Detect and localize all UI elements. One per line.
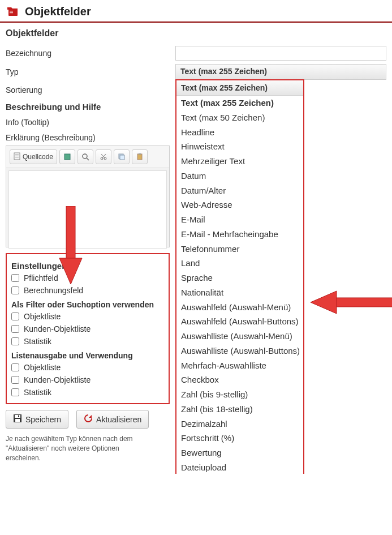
dropdown-option[interactable]: Hinweistext — [176, 139, 303, 154]
svg-rect-1 — [10, 11, 13, 11]
check-objektliste-label: Objektliste — [24, 312, 61, 321]
dropdown-option[interactable]: Land — [176, 256, 303, 271]
dropdown-option[interactable]: Zahl (bis 18-stellig) — [176, 402, 303, 417]
svg-rect-17 — [139, 153, 141, 155]
dropdown-option[interactable]: Web-Adresse — [176, 198, 303, 212]
label-info: Info (Tooltip) — [6, 118, 175, 127]
check-objektliste2[interactable] — [11, 363, 19, 371]
label-bezeichnung: Bezeichnung — [6, 49, 175, 58]
copy-icon[interactable] — [114, 149, 130, 164]
source-code-button[interactable]: Quellcode — [10, 149, 57, 164]
svg-rect-20 — [15, 419, 20, 422]
check-berechnungsfeld-row: Berechnungsfeld — [11, 284, 164, 297]
dropdown-option[interactable]: Auswahlliste (Auswahl-Buttons) — [176, 344, 303, 358]
svg-rect-22 — [66, 206, 75, 260]
document-icon — [14, 152, 20, 162]
row-bezeichnung: Bezeichnung — [6, 44, 386, 62]
dropdown-option[interactable]: Telefonnummer — [176, 242, 303, 256]
check-kunden-objektliste2[interactable] — [11, 376, 19, 384]
svg-rect-19 — [15, 415, 20, 418]
svg-rect-16 — [137, 154, 142, 160]
listen-section-title: Listenausgabe und Verwendung — [11, 348, 164, 361]
dropdown-option[interactable]: Text (max 255 Zeichen) — [176, 96, 303, 110]
typ-dropdown-panel: Text (max 255 Zeichen) Text (max 255 Zei… — [175, 79, 304, 474]
input-bezeichnung[interactable] — [175, 46, 386, 61]
rich-text-editor: Quellcode — [6, 145, 170, 247]
svg-rect-4 — [15, 155, 19, 155]
check-pflichtfeld-row: Pflichtfeld — [11, 272, 164, 284]
label-typ: Typ — [6, 67, 175, 76]
settings-panel: Einstellungen Pflichtfeld Berechnungsfel… — [6, 253, 170, 404]
save-button[interactable]: Speichern — [6, 410, 68, 429]
settings-title: Einstellungen — [11, 258, 164, 272]
check-objektliste2-label: Objektliste — [24, 363, 61, 372]
cut-icon[interactable] — [96, 149, 111, 164]
page-title: Objektfelder — [25, 5, 91, 18]
check-pflichtfeld[interactable] — [11, 274, 19, 282]
dropdown-option[interactable]: Nationalität — [176, 285, 303, 300]
svg-line-12 — [102, 154, 106, 159]
dropdown-option[interactable]: E-Mail - Mehrfacheingabe — [176, 227, 303, 242]
check-kunden-objektliste[interactable] — [11, 325, 19, 333]
editor-toolbar: Quellcode — [6, 146, 169, 168]
svg-rect-7 — [64, 154, 70, 160]
check-statistik-row: Statistik — [11, 335, 164, 348]
sub-header: Objektfelder — [0, 23, 392, 42]
label-sortierung: Sortierung — [6, 85, 175, 95]
dropdown-option[interactable]: Headline — [176, 125, 303, 140]
dropdown-option[interactable]: Dezimalzahl — [176, 417, 303, 431]
dropdown-header[interactable]: Text (max 255 Zeichen) — [176, 80, 303, 96]
dropdown-option[interactable]: Auswahlliste (Auswahl-Menü) — [176, 329, 303, 344]
check-kunden-objektliste-row: Kunden-Objektliste — [11, 323, 164, 335]
source-code-label: Quellcode — [23, 153, 53, 161]
dropdown-option[interactable]: Zahl (bis 9-stellig) — [176, 387, 303, 402]
check-statistik[interactable] — [11, 337, 19, 345]
svg-line-9 — [87, 158, 89, 160]
svg-rect-15 — [120, 155, 124, 160]
svg-rect-23 — [335, 298, 392, 307]
dropdown-option[interactable]: Text (max 50 Zeichen) — [176, 110, 303, 125]
filter-section-title: Als Filter oder Suchoption verwenden — [11, 297, 164, 310]
check-kunden-objektliste2-row: Kunden-Objektliste — [11, 374, 164, 386]
check-statistik2[interactable] — [11, 388, 19, 396]
check-objektliste[interactable] — [11, 313, 19, 320]
svg-rect-6 — [15, 157, 19, 157]
select-typ[interactable]: Text (max 255 Zeichen) — [175, 64, 386, 80]
tool-icon-1[interactable] — [59, 149, 75, 164]
refresh-button[interactable]: Aktualisieren — [76, 410, 149, 429]
check-objektliste2-row: Objektliste — [11, 361, 164, 374]
dropdown-option[interactable]: Mehrfach-Auswahlliste — [176, 358, 303, 373]
hint-text: Je nach gewähltem Typ können nach dem "A… — [6, 432, 153, 468]
annotation-arrow-left — [308, 285, 392, 319]
dropdown-option[interactable]: Fortschritt (%) — [176, 431, 303, 446]
dropdown-option[interactable]: Datum/Alter — [176, 183, 303, 198]
dropdown-option[interactable]: Bewertung — [176, 446, 303, 460]
refresh-icon — [84, 414, 93, 425]
paste-icon[interactable] — [132, 149, 148, 164]
dropdown-option[interactable]: Dateiupload — [176, 460, 303, 474]
editor-body[interactable] — [8, 170, 167, 249]
save-icon — [13, 414, 22, 425]
dropdown-option[interactable]: E-Mail — [176, 212, 303, 227]
dropdown-option[interactable]: Auswahlfeld (Auswahl-Buttons) — [176, 314, 303, 329]
annotation-arrow-down — [54, 206, 88, 285]
check-statistik2-row: Statistik — [11, 386, 164, 399]
svg-rect-2 — [10, 12, 13, 13]
tool-icon-2[interactable] — [77, 149, 93, 164]
svg-point-8 — [83, 154, 87, 159]
dropdown-option[interactable]: Mehrzeiliger Text — [176, 154, 303, 169]
folder-icon — [6, 5, 19, 18]
svg-rect-5 — [15, 156, 19, 156]
dropdown-option[interactable]: Checkbox — [176, 373, 303, 387]
svg-line-13 — [101, 154, 105, 159]
check-berechnungsfeld[interactable] — [11, 286, 19, 294]
dropdown-option[interactable]: Datum — [176, 169, 303, 183]
dropdown-option[interactable]: Auswahlfeld (Auswahl-Menü) — [176, 300, 303, 315]
check-kunden-objektliste-label: Kunden-Objektliste — [24, 324, 91, 333]
check-statistik2-label: Statistik — [24, 388, 51, 397]
refresh-button-label: Aktualisieren — [96, 415, 141, 424]
check-pflichtfeld-label: Pflichtfeld — [24, 273, 58, 283]
check-berechnungsfeld-label: Berechnungsfeld — [24, 286, 83, 295]
dropdown-option[interactable]: Sprache — [176, 271, 303, 285]
row-typ: Typ Text (max 255 Zeichen) — [6, 62, 386, 82]
